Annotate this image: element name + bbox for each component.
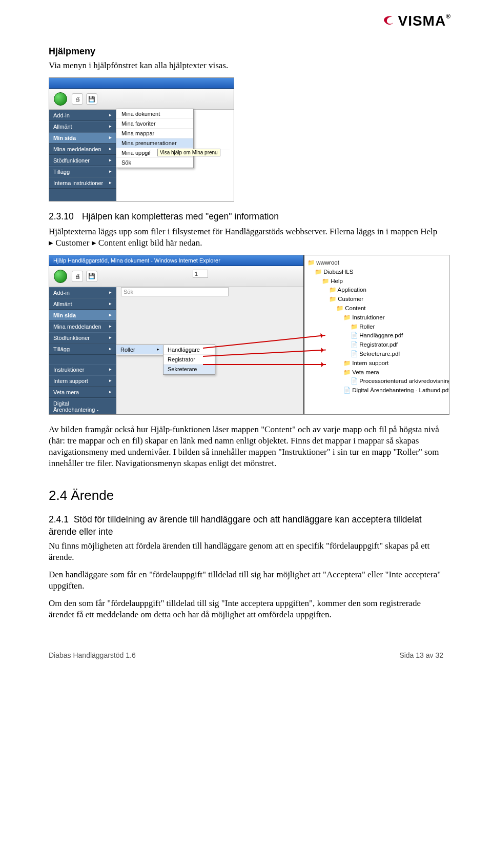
submenu-item[interactable]: Sekreterare <box>163 365 215 374</box>
page-number-field[interactable]: 1 <box>193 270 208 278</box>
submenu-roller: Roller▸ <box>116 345 164 355</box>
nav-item[interactable]: Interna instruktioner▸ <box>49 177 116 189</box>
folder-node[interactable]: Intern support <box>308 359 446 368</box>
para-241c: Om den som får "fördelauppgift" tilldela… <box>49 598 443 620</box>
heading-num: 2.4.1 <box>49 514 69 526</box>
logo-text: VISMA <box>398 13 446 29</box>
nav-item[interactable]: Mina meddelanden▸ <box>49 144 116 155</box>
submenu-roles-list: HandläggareRegistratorSekreterare <box>163 345 215 375</box>
footer-right: Sida 13 av 32 <box>399 651 443 659</box>
help-nav-panel: Add-in▸Allmänt▸Min sida▸Mina meddelanden… <box>49 110 116 201</box>
file-node[interactable]: Processorienterad arkivredovisning.pdf <box>308 377 446 386</box>
folder-node[interactable]: Application <box>308 286 446 295</box>
para-241b: Den handläggare som får en "fördelauppgi… <box>49 569 443 592</box>
arrow-icon <box>203 364 326 365</box>
nav-item[interactable]: Add-in▸ <box>49 110 116 121</box>
folder-node[interactable]: Help <box>308 277 446 286</box>
page-footer: Diabas Handläggarstöd 1.6 Sida 13 av 32 <box>49 651 443 659</box>
para-explain: Av bilden framgår också hur Hjälp-funkti… <box>49 424 443 469</box>
submenu-item[interactable]: Sök <box>116 158 193 168</box>
submenu-item[interactable]: Mina uppgifVisa hjälp om Mina prenu <box>116 148 193 158</box>
para-241a: Nu finns möjligheten att fördela ärenden… <box>49 540 443 563</box>
para-help-files: Hjälptexterna läggs upp som filer i fils… <box>49 226 443 249</box>
file-node[interactable]: Registrator.pdf <box>308 340 446 350</box>
folder-node[interactable]: wwwroot <box>308 258 446 268</box>
heading-2-4-1: 2.4.1 Stöd för tilldelning av ärende til… <box>49 514 443 538</box>
folder-node[interactable]: Customer <box>308 295 446 304</box>
nav-item[interactable]: Veta mera▸ <box>49 387 116 398</box>
submenu-item[interactable]: Mina prenumerationer <box>116 138 193 148</box>
para-intro: Via menyn i hjälpfönstret kan alla hjälp… <box>49 60 443 71</box>
brand-logo: VISMA® <box>382 13 451 30</box>
nav-item[interactable]: Allmänt▸ <box>49 121 116 132</box>
submenu-item[interactable]: Mina mappar <box>116 129 193 138</box>
heading-text: Hjälpen kan kompletteras med "egen" info… <box>82 211 279 221</box>
screenshot-help-menu: 🖨 💾 Add-in▸Allmänt▸Min sida▸Mina meddela… <box>49 77 234 201</box>
file-node[interactable]: Digital Ärendehantering - Lathund.pdf <box>308 386 446 395</box>
nav-item[interactable]: Intern support▸ <box>49 375 116 387</box>
submenu-item[interactable]: Mina dokument <box>116 109 193 119</box>
print-icon[interactable]: 🖨 <box>72 93 83 105</box>
tooltip: Visa hjälp om Mina prenu <box>157 149 220 156</box>
help-orb-icon[interactable] <box>54 270 67 283</box>
nav-item[interactable]: Min sida▸ <box>49 310 116 321</box>
nav-item[interactable]: Stödfunktioner▸ <box>49 155 116 166</box>
folder-node[interactable]: Roller <box>308 322 446 332</box>
nav-item[interactable]: Tillägg▸ <box>49 166 116 177</box>
folder-node[interactable]: Instruktioner <box>308 313 446 322</box>
submenu-item[interactable]: Roller▸ <box>116 345 163 355</box>
heading-num: 2.3.10 <box>49 211 79 223</box>
submenu-item[interactable]: Handläggare <box>163 345 215 355</box>
save-icon[interactable]: 💾 <box>86 271 97 282</box>
toolbar: 🖨 💾 <box>49 89 234 110</box>
heading-hjalpmeny: Hjälpmeny <box>49 46 443 57</box>
help-nav-panel-2: Add-in▸Allmänt▸Min sida▸Mina meddelanden… <box>49 287 116 415</box>
folder-node[interactable]: Veta mera <box>308 368 446 377</box>
screenshot-help-folders: Hjälp Handläggarstöd, Mina dokument - Wi… <box>49 255 449 415</box>
folder-node[interactable]: Content <box>308 304 446 313</box>
nav-item[interactable]: Mina meddelanden▸ <box>49 321 116 332</box>
help-submenu: Mina dokumentMina favoriterMina mapparMi… <box>116 109 194 168</box>
file-node[interactable]: Handläggare.pdf <box>308 331 446 340</box>
save-icon[interactable]: 💾 <box>86 93 97 105</box>
file-node[interactable]: Sekreterare.pdf <box>308 350 446 359</box>
logo-swirl-icon <box>382 13 396 30</box>
heading-text: Stöd för tilldelning av ärende till hand… <box>49 514 422 537</box>
help-orb-icon[interactable] <box>54 92 67 106</box>
print-icon[interactable]: 🖨 <box>72 271 83 282</box>
nav-item[interactable]: Min sida▸ <box>49 132 116 144</box>
nav-item[interactable]: Add-in▸ <box>49 287 116 298</box>
window-titlebar <box>49 78 234 89</box>
nav-item[interactable]: Digital Ärendehantering - Lathund <box>49 398 116 415</box>
folder-node[interactable]: DiabasHLS <box>308 268 446 277</box>
nav-item[interactable]: Allmänt▸ <box>49 298 116 310</box>
search-input[interactable]: Sök <box>121 287 229 296</box>
heading-2-3-10: 2.3.10 Hjälpen kan kompletteras med "ege… <box>49 211 443 223</box>
submenu-item[interactable]: Mina favoriter <box>116 119 193 129</box>
footer-left: Diabas Handläggarstöd 1.6 <box>49 651 136 659</box>
nav-item[interactable]: Stödfunktioner▸ <box>49 332 116 344</box>
heading-2-4: 2.4 Ärende <box>49 488 443 503</box>
nav-item[interactable]: Instruktioner▸ <box>49 364 116 375</box>
nav-item[interactable]: Tillägg▸ <box>49 344 116 355</box>
